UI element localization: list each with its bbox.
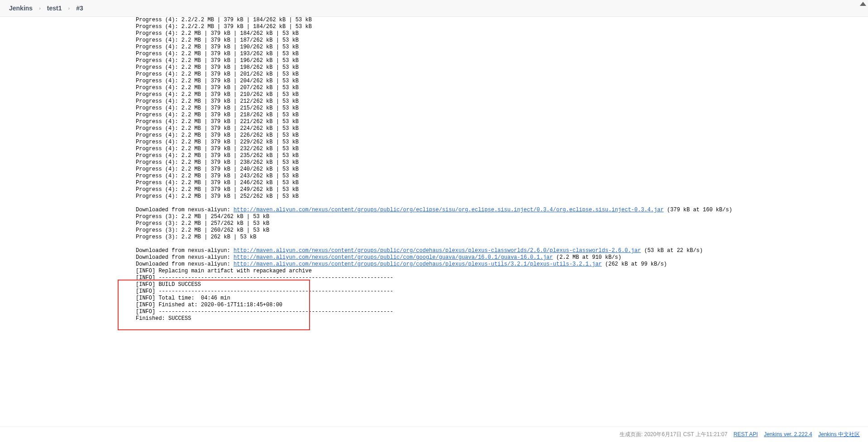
breadcrumb: Jenkins › test1 › #3 [0, 0, 868, 17]
console-link[interactable]: http://maven.aliyun.com/nexus/content/gr… [234, 247, 641, 254]
console-output: Progress (4): 2.2/2.2 MB | 379 kB | 184/… [0, 17, 868, 336]
console-link[interactable]: http://maven.aliyun.com/nexus/content/gr… [234, 207, 664, 213]
console-link[interactable]: http://maven.aliyun.com/nexus/content/gr… [234, 261, 602, 267]
breadcrumb-root[interactable]: Jenkins [9, 5, 33, 12]
console-link[interactable]: http://maven.aliyun.com/nexus/content/gr… [234, 254, 553, 261]
breadcrumb-job[interactable]: test1 [47, 5, 62, 12]
chevron-right-icon: › [39, 5, 41, 11]
scroll-up-icon[interactable] [860, 2, 866, 6]
breadcrumb-build[interactable]: #3 [76, 5, 83, 12]
chevron-right-icon: › [68, 5, 70, 11]
